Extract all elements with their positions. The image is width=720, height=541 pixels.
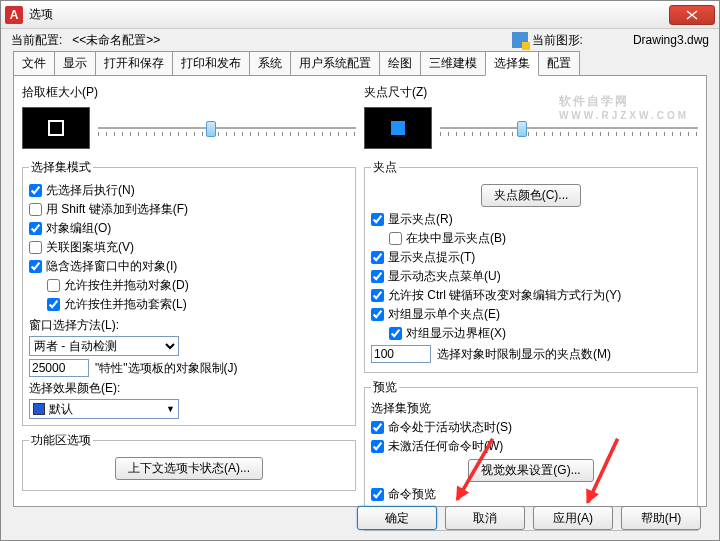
visual-effect-button[interactable]: 视觉效果设置(G)... [468,459,593,482]
tab-content: 拾取框大小(P) 选择集模式 先选择后执行(N) 用 Shift 键添加到选择集… [13,75,707,507]
current-drawing-value: Drawing3.dwg [633,33,709,47]
chk-dyn-menu[interactable]: 显示动态夹点菜单(U) [371,268,691,285]
pickbox-slider[interactable] [98,118,356,138]
window-select-method[interactable]: 两者 - 自动检测 [29,336,179,356]
apply-button[interactable]: 应用(A) [533,506,613,530]
chk-active-cmd[interactable]: 命令处于活动状态时(S) [371,419,691,436]
chk-group-single[interactable]: 对组显示单个夹点(E) [371,306,691,323]
selection-mode-group: 选择集模式 先选择后执行(N) 用 Shift 键添加到选择集(F) 对象编组(… [22,159,356,426]
chk-ctrl-cycle[interactable]: 允许按 Ctrl 键循环改变对象编辑方式行为(Y) [371,287,691,304]
info-row: 当前配置: <<未命名配置>> 当前图形: Drawing3.dwg [1,29,719,51]
tab-file[interactable]: 文件 [13,51,55,75]
ribbon-options-legend: 功能区选项 [29,432,93,449]
chk-object-group[interactable]: 对象编组(O) [29,220,349,237]
effect-color-select[interactable]: 默认 ▼ [29,399,179,419]
options-dialog: A 选项 当前配置: <<未命名配置>> 当前图形: Drawing3.dwg … [0,0,720,541]
color-swatch-icon [33,403,45,415]
grips-group: 夹点 夹点颜色(C)... 显示夹点(R) 在块中显示夹点(B) 显示夹点提示(… [364,159,698,373]
chk-group-bbox[interactable]: 对组显示边界框(X) [389,325,691,342]
grip-color-button[interactable]: 夹点颜色(C)... [481,184,582,207]
titlebar: A 选项 [1,1,719,29]
chk-grip-tips[interactable]: 显示夹点提示(T) [371,249,691,266]
tab-profiles[interactable]: 配置 [538,51,580,75]
current-profile-value: <<未命名配置>> [72,32,160,49]
current-profile-label: 当前配置: [11,32,62,49]
tab-userpref[interactable]: 用户系统配置 [290,51,380,75]
help-button[interactable]: 帮助(H) [621,506,701,530]
chk-no-cmd[interactable]: 未激活任何命令时(W) [371,438,691,455]
chevron-down-icon: ▼ [166,404,175,414]
current-drawing-label: 当前图形: [532,32,583,49]
tab-display[interactable]: 显示 [54,51,96,75]
grip-preview [364,107,432,149]
tab-3d[interactable]: 三维建模 [420,51,486,75]
effect-color-label: 选择效果颜色(E): [29,380,349,397]
grip-limit-input[interactable] [371,345,431,363]
grip-slider[interactable] [440,118,698,138]
chk-cmd-preview[interactable]: 命令预览 [371,486,691,503]
chk-show-grips[interactable]: 显示夹点(R) [371,211,691,228]
close-icon [686,10,698,20]
dialog-buttons: 确定 取消 应用(A) 帮助(H) [357,506,701,530]
chk-shift-add[interactable]: 用 Shift 键添加到选择集(F) [29,201,349,218]
chk-assoc-hatch[interactable]: 关联图案填充(V) [29,239,349,256]
preview-legend: 预览 [371,379,399,396]
chk-block-grips[interactable]: 在块中显示夹点(B) [389,230,691,247]
chk-implied-window[interactable]: 隐含选择窗口中的对象(I) [29,258,349,275]
grip-limit-label: 选择对象时限制显示的夹点数(M) [437,346,611,363]
tab-selection[interactable]: 选择集 [485,51,539,76]
pickbox-size-label: 拾取框大小(P) [22,84,356,101]
grips-legend: 夹点 [371,159,399,176]
tabs: 文件 显示 打开和保存 打印和发布 系统 用户系统配置 绘图 三维建模 选择集 … [1,51,719,75]
right-column: 夹点尺寸(Z) 夹点 夹点颜色(C)... 显示夹点(R) 在块中显示夹点(B)… [364,84,698,498]
left-column: 拾取框大小(P) 选择集模式 先选择后执行(N) 用 Shift 键添加到选择集… [22,84,356,498]
window-title: 选项 [29,6,669,23]
drawing-icon [512,32,528,48]
ribbon-options-group: 功能区选项 上下文选项卡状态(A)... [22,432,356,491]
property-limit-input[interactable] [29,359,89,377]
context-tab-state-button[interactable]: 上下文选项卡状态(A)... [115,457,263,480]
tab-plot[interactable]: 打印和发布 [172,51,250,75]
ok-button[interactable]: 确定 [357,506,437,530]
tab-system[interactable]: 系统 [249,51,291,75]
grip-size-label: 夹点尺寸(Z) [364,84,698,101]
chk-drag-object[interactable]: 允许按住并拖动对象(D) [47,277,349,294]
chk-noun-verb[interactable]: 先选择后执行(N) [29,182,349,199]
tab-drafting[interactable]: 绘图 [379,51,421,75]
close-button[interactable] [669,5,715,25]
cancel-button[interactable]: 取消 [445,506,525,530]
tab-opensave[interactable]: 打开和保存 [95,51,173,75]
pickbox-preview [22,107,90,149]
chk-drag-lasso[interactable]: 允许按住并拖动套索(L) [47,296,349,313]
selection-preview-sub: 选择集预览 [371,400,691,417]
property-limit-label: "特性"选项板的对象限制(J) [95,360,238,377]
window-select-label: 窗口选择方法(L): [29,317,349,334]
app-icon: A [5,6,23,24]
selection-mode-legend: 选择集模式 [29,159,93,176]
